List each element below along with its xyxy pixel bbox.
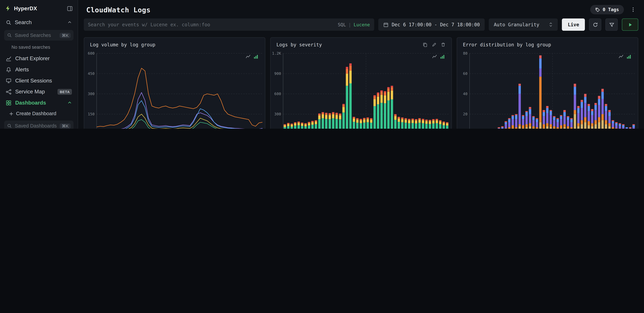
svg-text:150: 150 [88, 112, 94, 116]
nav-label: Chart Explorer [15, 55, 50, 61]
svg-text:600: 600 [88, 51, 94, 55]
chart-card-log-volume: Log volume by log group 0150300450600Dec… [84, 37, 266, 129]
date-range-picker[interactable]: Dec 6 17:00:00 - Dec 7 18:00:00 [378, 18, 485, 31]
main-content: CloudWatch Logs 0 Tags Search your event… [78, 0, 644, 129]
date-range-value: Dec 6 17:00:00 - Dec 7 18:00:00 [392, 22, 480, 27]
bar-chart-toggle-icon[interactable] [626, 54, 631, 59]
granularity-value: Auto Granularity [494, 22, 539, 27]
bar-chart-toggle-icon[interactable] [440, 54, 445, 59]
chart-card-logs-by-severity: Logs by severity [270, 37, 452, 129]
sidebar-item-client-sessions[interactable]: Client Sessions [0, 75, 78, 86]
svg-text:60: 60 [463, 71, 468, 76]
search-icon [7, 124, 12, 128]
chevron-up-icon [68, 20, 72, 25]
line-chart-toggle-icon[interactable] [618, 54, 624, 59]
search-placeholder: Search your events w/ Lucene ex. column:… [88, 22, 338, 27]
chart-title: Logs by severity [276, 42, 322, 48]
nav-label: Service Map [15, 89, 45, 95]
kbd-shortcut: ⌘K [60, 32, 70, 38]
query-language-toggle[interactable]: SQL | Lucene [338, 22, 370, 27]
no-saved-searches-text: No saved searches [0, 42, 78, 53]
chart-explorer-icon [6, 55, 12, 61]
chevron-up-icon [68, 101, 72, 105]
sidebar-item-chart-explorer[interactable]: Chart Explorer [0, 53, 78, 64]
duplicate-chart-icon[interactable] [423, 42, 428, 47]
brand-row: HyperDX [0, 0, 78, 16]
sidebar-item-search[interactable]: Search [0, 16, 78, 28]
page-title: CloudWatch Logs [86, 5, 151, 14]
kebab-icon [630, 7, 636, 12]
nav-label: Dashboards [15, 100, 46, 106]
chart-title: Log volume by log group [90, 42, 155, 48]
bar-chart-toggle-icon[interactable] [254, 54, 258, 59]
play-icon [628, 22, 632, 27]
filter-icon [609, 22, 614, 27]
bell-icon [6, 67, 12, 72]
monitor-icon [6, 78, 12, 83]
create-dashboard-button[interactable]: Create Dashboard [0, 108, 78, 119]
svg-text:40: 40 [463, 92, 468, 96]
charts-row: Log volume by log group 0150300450600Dec… [84, 37, 638, 129]
error-distribution-chart[interactable]: 020406080Dec 6 5:00:00 PM3:30:00 AM5:30:… [457, 49, 638, 129]
chart-title: Error distribution by log group [463, 42, 551, 48]
calendar-icon [383, 22, 388, 27]
refresh-button[interactable] [589, 18, 601, 31]
saved-searches-input[interactable]: Saved Searches ⌘K [4, 30, 74, 40]
svg-text:80: 80 [463, 51, 468, 55]
svg-text:300: 300 [274, 112, 281, 116]
delete-chart-icon[interactable] [441, 42, 446, 47]
svg-text:600: 600 [274, 92, 281, 96]
sidebar-item-alerts[interactable]: Alerts [0, 64, 78, 75]
nav-label: Client Sessions [15, 77, 52, 83]
search-section-icon [6, 19, 12, 25]
logs-by-severity-chart[interactable]: 03006009001.2KDec 6 5:00:00 PM3:30:00 AM… [271, 49, 452, 129]
line-chart-toggle-icon[interactable] [246, 54, 250, 59]
chart-card-error-distribution: Error distribution by log group 02040608… [457, 37, 638, 129]
log-volume-chart[interactable]: 0150300450600Dec 6 5:00:00 PM3:30:00 AM5… [84, 49, 265, 129]
tags-button[interactable]: 0 Tags [590, 5, 624, 14]
sidebar: HyperDX Search Saved Searches ⌘K No save… [0, 0, 78, 129]
beta-badge: BETA [58, 89, 72, 94]
svg-text:450: 450 [88, 71, 94, 76]
language-separator: | [348, 22, 351, 27]
toolbar: Search your events w/ Lucene ex. column:… [84, 18, 638, 31]
tag-icon [595, 7, 600, 12]
hyperdx-logo-icon [5, 5, 11, 11]
nav-label: Alerts [15, 66, 29, 73]
svg-text:900: 900 [274, 71, 281, 76]
edit-chart-icon[interactable] [432, 42, 436, 47]
dashboards-icon [6, 100, 12, 106]
granularity-select[interactable]: Auto Granularity [489, 18, 558, 31]
saved-dashboards-placeholder: Saved Dashboards [15, 123, 57, 129]
sidebar-item-service-map[interactable]: Service Map BETA [0, 86, 78, 97]
svg-text:1.2K: 1.2K [272, 51, 281, 55]
live-button[interactable]: Live [562, 18, 585, 31]
run-query-button[interactable] [622, 18, 638, 31]
refresh-icon [592, 22, 598, 27]
kbd-shortcut: ⌘K [60, 123, 70, 129]
sql-toggle[interactable]: SQL [338, 22, 346, 27]
select-chevrons-icon [549, 22, 553, 27]
app: HyperDX Search Saved Searches ⌘K No save… [0, 0, 644, 129]
brand-name: HyperDX [14, 5, 64, 11]
lucene-toggle[interactable]: Lucene [354, 22, 370, 27]
create-dashboard-label: Create Dashboard [16, 111, 56, 116]
line-chart-toggle-icon[interactable] [432, 54, 437, 59]
tags-label: 0 Tags [602, 7, 619, 12]
saved-dashboards-input[interactable]: Saved Dashboards ⌘K [4, 121, 74, 129]
plus-icon [9, 111, 14, 116]
event-search-input[interactable]: Search your events w/ Lucene ex. column:… [84, 18, 374, 31]
search-icon [7, 33, 12, 38]
sidebar-item-dashboards[interactable]: Dashboards [0, 97, 78, 108]
more-menu-button[interactable] [628, 5, 638, 14]
saved-searches-placeholder: Saved Searches [15, 32, 51, 38]
svg-text:20: 20 [463, 112, 468, 116]
svg-text:300: 300 [88, 92, 94, 96]
filter-button[interactable] [606, 18, 618, 31]
search-section-label: Search [15, 19, 32, 25]
collapse-sidebar-icon[interactable] [67, 5, 73, 11]
service-map-icon [6, 89, 12, 94]
